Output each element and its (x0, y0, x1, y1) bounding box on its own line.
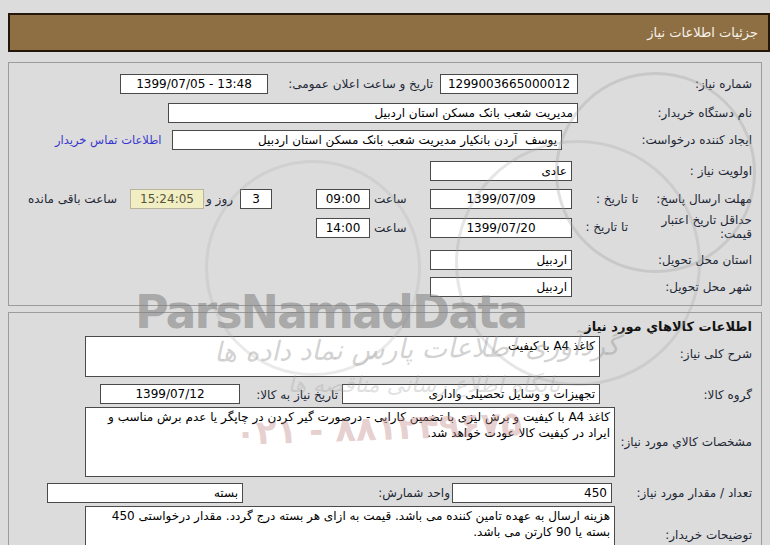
goods-section-header: اطلاعات کالاهاي مورد نیاز (584, 319, 752, 334)
request-creator-label: ایجاد کننده درخواست: (641, 133, 752, 147)
priority-label: اولویت نیاز : (690, 164, 752, 178)
quantity-input[interactable] (452, 483, 612, 503)
validity-until-label: تا تاریخ : (585, 220, 628, 234)
buyer-notes-label: توضیحات خریدار: (665, 528, 752, 542)
need-number-input[interactable] (440, 74, 578, 94)
unit-label: واحد شمارش: (378, 486, 450, 500)
page-title-bar: جزئیات اطلاعات نیاز (8, 13, 770, 52)
delivery-province-label: استان محل تحویل: (658, 253, 752, 267)
validity-hour-label: ساعت (374, 221, 407, 235)
need-date-label: تاریخ نیاز به کالا: (256, 388, 338, 402)
countdown-days-input (240, 189, 272, 209)
goods-specs-textarea[interactable]: کاغذ A4 با کیفیت و برش لیزی با تضمین کار… (85, 407, 615, 477)
quantity-label: تعداد / مقدار مورد نیاز: (636, 486, 752, 500)
unit-input[interactable] (47, 483, 243, 503)
need-details-page: جزئیات اطلاعات نیاز شماره نیاز: تاریخ و … (0, 0, 770, 545)
deadline-time-input[interactable] (316, 189, 370, 209)
deadline-label-text: مهلت ارسال پاسخ: (656, 192, 752, 206)
priority-input[interactable] (430, 161, 572, 181)
announce-datetime-input[interactable] (120, 74, 268, 94)
delivery-province-input[interactable] (430, 250, 572, 270)
need-description-label: شرح کلی نیاز: (680, 347, 752, 361)
buyer-notes-textarea[interactable]: هزینه ارسال به عهده تامین کننده می باشد.… (85, 506, 615, 545)
buyer-org-input[interactable] (168, 103, 578, 123)
goods-specs-label: مشخصات کالاي مورد نیاز: (620, 435, 752, 449)
buyer-contact-link[interactable]: اطلاعات تماس خریدار (55, 133, 162, 147)
countdown-timer: 15:24:05 (130, 189, 204, 209)
validity-time-input[interactable] (316, 218, 370, 238)
request-creator-input[interactable] (172, 130, 562, 150)
price-validity-label: حداقل تاریخ اعتبار قیمت: (640, 213, 752, 241)
deadline-date-input[interactable] (430, 189, 572, 209)
announce-datetime-label: تاریخ و ساعت اعلان عمومی: (288, 77, 433, 91)
buyer-org-label: نام دستگاه خریدار: (658, 106, 753, 120)
need-number-label: شماره نیاز: (695, 77, 752, 91)
validity-date-input[interactable] (430, 218, 572, 238)
goods-group-label: گروه کالا: (704, 388, 753, 402)
need-date-input[interactable] (100, 384, 240, 404)
need-description-textarea[interactable]: کاغذ A4 با کیفیت (85, 336, 600, 377)
need-info-panel (8, 62, 762, 306)
deadline-hour-label: ساعت (374, 192, 407, 206)
response-deadline-label: مهلت ارسال پاسخ: تا تاریخ : (596, 192, 752, 206)
delivery-city-input[interactable] (430, 277, 572, 297)
page-title: جزئیات اطلاعات نیاز (647, 25, 758, 40)
countdown-days-label: روز و (206, 192, 233, 206)
goods-group-input[interactable] (342, 384, 600, 404)
deadline-until-label: تا تاریخ : (596, 192, 639, 206)
countdown-suffix-label: ساعت باقی مانده (28, 192, 117, 206)
delivery-city-label: شهر محل تحویل: (665, 280, 752, 294)
